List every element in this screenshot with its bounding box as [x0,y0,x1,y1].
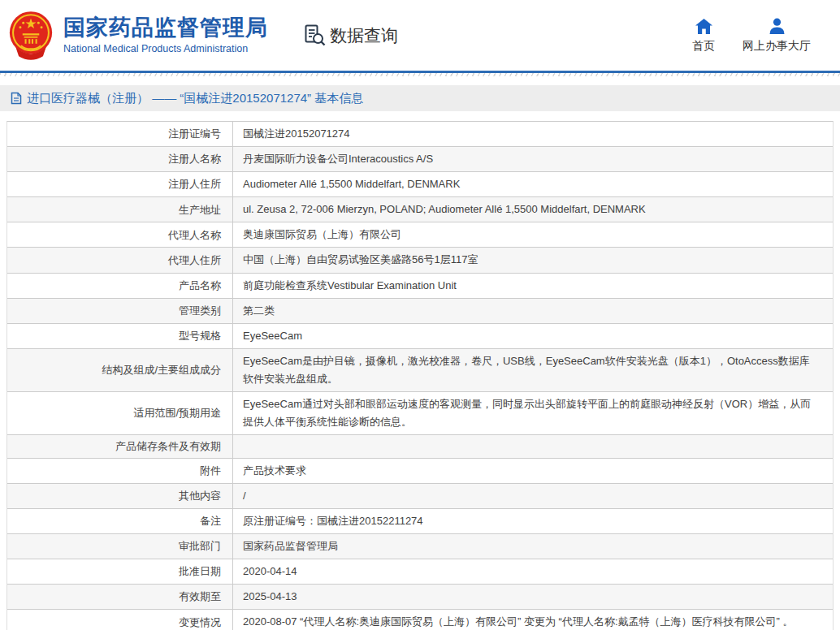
row-label: 代理人名称 [7,222,233,247]
row-label: 变更情况 [7,610,233,630]
row-label: 审批部门 [7,534,233,559]
table-row-attachments: 附件 产品技术要求 [7,459,833,484]
table-row-model-spec: 型号规格 EyeSeeCam [7,324,833,349]
user-icon [768,18,786,35]
row-label: 结构及组成/主要组成成分 [7,349,233,391]
registration-detail-table: 注册证编号 国械注进20152071274 注册人名称 丹麦国际听力设备公司In… [6,121,834,630]
nav-online-hall[interactable]: 网上办事大厅 [743,18,811,54]
row-value: 原注册证编号：国械注进20152211274 [233,509,833,533]
table-row-composition: 结构及组成/主要组成成分 EyeSeeCam是由护目镜，摄像机，激光校准器，卷尺… [7,349,833,392]
row-value: EyeSeeCam [233,324,833,348]
table-row-agent-address: 代理人住所 中国（上海）自由贸易试验区美盛路56号1层117室 [7,248,833,273]
table-row-registration-number: 注册证编号 国械注进20152071274 [7,122,833,147]
row-value: / [233,484,833,508]
row-value: 2025-04-13 [233,585,833,609]
table-row-approval-date: 批准日期 2020-04-14 [7,559,833,585]
row-label: 注册证编号 [7,122,233,146]
nav-home-label: 首页 [692,39,715,54]
table-row-storage-conditions: 产品储存条件及有效期 [7,435,833,459]
breadcrumb: 进口医疗器械（注册） —— “国械注进20152071274” 基本信息 [0,85,840,111]
row-value: 产品技术要求 [233,459,833,483]
data-query-section: 数据查询 [304,24,398,47]
table-row-management-class: 管理类别 第二类 [7,299,833,324]
row-value: ul. Zeusa 2, 72-006 Mierzyn, POLAND; Aud… [233,197,833,222]
row-value: 第二类 [233,299,833,323]
table-row-remarks: 备注 原注册证编号：国械注进20152211274 [7,509,833,534]
row-value: EyeSeeCam通过对头部和眼部运动速度的客观测量，同时显示出头部旋转平面上的… [233,392,833,434]
table-row-intended-use: 适用范围/预期用途 EyeSeeCam通过对头部和眼部运动速度的客观测量，同时显… [7,392,833,435]
row-value: 2020-04-14 [233,559,833,584]
row-label: 生产地址 [7,197,233,222]
table-row-registrant-name: 注册人名称 丹麦国际听力设备公司Interacoustics A/S [7,147,833,172]
row-label: 附件 [7,459,233,483]
row-value: 前庭功能检查系统Vestibular Examination Unit [233,274,833,298]
table-row-other-content: 其他内容 / [7,484,833,509]
row-label: 型号规格 [7,324,233,348]
row-value: 奥迪康国际贸易（上海）有限公司 [233,222,833,247]
agency-name-en: National Medical Products Administration [63,43,268,54]
row-label: 批准日期 [7,559,233,584]
row-value: 丹麦国际听力设备公司Interacoustics A/S [233,147,833,171]
row-label: 产品名称 [7,274,233,298]
data-query-label: 数据查询 [330,24,398,47]
row-label: 备注 [7,509,233,533]
table-row-agent-name: 代理人名称 奥迪康国际贸易（上海）有限公司 [7,222,833,248]
breadcrumb-text: 进口医疗器械（注册） —— “国械注进20152071274” 基本信息 [27,91,363,106]
row-label: 有效期至 [7,585,233,609]
row-label: 适用范围/预期用途 [7,392,233,434]
table-row-registrant-address: 注册人住所 Audiometer Allé 1,5500 Middelfart,… [7,172,833,197]
brand-text: 国家药品监督管理局 National Medical Products Admi… [63,16,268,54]
table-row-production-address: 生产地址 ul. Zeusa 2, 72-006 Mierzyn, POLAND… [7,197,833,222]
row-label: 代理人住所 [7,248,233,272]
row-label: 注册人名称 [7,147,233,171]
agency-name-cn: 国家药品监督管理局 [63,16,268,41]
row-value: Audiometer Allé 1,5500 Middelfart, DENMA… [233,172,833,196]
row-value: 国家药品监督管理局 [233,534,833,559]
accent-band [0,71,840,76]
table-row-approval-department: 审批部门 国家药品监督管理局 [7,534,833,559]
header-nav: 首页 网上办事大厅 [692,18,811,54]
row-label: 管理类别 [7,299,233,323]
nav-online-hall-label: 网上办事大厅 [743,39,811,54]
national-emblem-icon [8,11,54,61]
document-icon [11,92,22,105]
row-value [233,435,833,458]
row-label: 其他内容 [7,484,233,508]
table-row-change-history: 变更情况 2020-08-07 “代理人名称:奥迪康国际贸易（上海）有限公司” … [7,610,833,630]
table-row-valid-until: 有效期至 2025-04-13 [7,585,833,610]
row-label: 产品储存条件及有效期 [7,435,233,458]
nav-home[interactable]: 首页 [692,18,715,54]
row-value: 2020-08-07 “代理人名称:奥迪康国际贸易（上海）有限公司” 变更为 “… [233,610,833,630]
data-query-icon [304,24,326,46]
site-header: 国家药品监督管理局 National Medical Products Admi… [0,0,840,71]
row-value: EyeSeeCam是由护目镜，摄像机，激光校准器，卷尺，USB线，EyeSeeC… [233,349,833,391]
table-row-product-name: 产品名称 前庭功能检查系统Vestibular Examination Unit [7,274,833,299]
home-icon [695,18,713,35]
row-value: 国械注进20152071274 [233,122,833,146]
row-label: 注册人住所 [7,172,233,196]
row-value: 中国（上海）自由贸易试验区美盛路56号1层117室 [233,248,833,272]
